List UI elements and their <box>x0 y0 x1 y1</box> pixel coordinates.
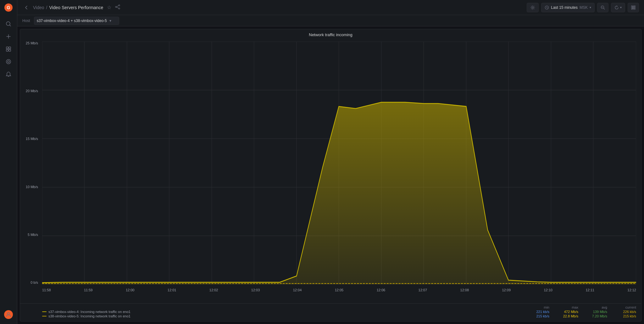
svg-rect-23 <box>631 6 635 9</box>
svg-point-12 <box>8 313 10 315</box>
x-label-0: 11:58 <box>42 288 51 292</box>
breadcrumb-current: Video Servers Performance <box>49 5 103 10</box>
legend-label-1: s38-vimbox-video-5: Incoming network tra… <box>48 314 130 318</box>
y-label-2: 15 Mb/s <box>20 137 38 141</box>
breadcrumb-separator: / <box>46 5 47 10</box>
y-label-1: 20 Mb/s <box>20 89 38 93</box>
y-label-5: 0 b/s <box>20 281 38 284</box>
y-label-0: 25 Mb/s <box>20 42 38 45</box>
legend-avg-0: 139 Mb/s <box>588 310 607 314</box>
svg-rect-27 <box>634 8 635 9</box>
legend-max-0: 472 Mb/s <box>559 310 578 314</box>
x-label-7: 12:05 <box>335 288 344 292</box>
legend-stats-0: 221 kb/s 472 Mb/s 139 Mb/s 226 kb/s <box>530 310 636 314</box>
legend-max-1: 22.8 Mb/s <box>559 314 578 318</box>
svg-point-18 <box>532 7 534 8</box>
y-label-3: 10 Mb/s <box>20 185 38 189</box>
user-avatar[interactable] <box>4 310 13 319</box>
help-icon[interactable] <box>3 309 14 320</box>
legend-min-1: 215 kb/s <box>530 314 549 318</box>
x-label-14: 12:12 <box>627 288 636 292</box>
svg-point-13 <box>119 5 120 6</box>
legend-current-header: current <box>617 305 636 309</box>
svg-point-11 <box>8 61 9 63</box>
svg-text:G: G <box>7 5 10 10</box>
series1-area <box>42 102 636 284</box>
y-label-4: 5 Mb/s <box>20 233 38 237</box>
legend-stats-1: 215 kb/s 22.8 Mb/s 7.20 Mb/s 215 kb/s <box>530 314 636 318</box>
main-content: Video / Video Servers Performance ☆ <box>17 0 644 324</box>
topbar-right: Last 15 minutes MSK ▾ ▾ <box>527 3 639 12</box>
x-label-2: 12:00 <box>126 288 135 292</box>
search-icon[interactable] <box>3 18 14 30</box>
refresh-chevron: ▾ <box>620 6 622 9</box>
variable-bar: Host s37-vimbox-video-4 + s38-vimbox-vid… <box>17 15 644 26</box>
x-label-10: 12:08 <box>460 288 469 292</box>
svg-line-21 <box>604 8 605 9</box>
svg-rect-24 <box>632 6 633 8</box>
x-label-8: 12:06 <box>377 288 386 292</box>
zoom-button[interactable] <box>597 3 608 12</box>
x-label-13: 12:11 <box>586 288 594 292</box>
add-icon[interactable] <box>3 31 14 42</box>
star-icon[interactable]: ☆ <box>107 4 111 10</box>
host-var-select[interactable]: s37-vimbox-video-4 + s38-vimbox-video-5 <box>34 17 119 25</box>
chart-container: 25 Mb/s 20 Mb/s 15 Mb/s 10 Mb/s 5 Mb/s 0… <box>20 39 641 303</box>
legend-item-1: s38-vimbox-video-5: Incoming network tra… <box>42 314 130 318</box>
time-range-chevron: ▾ <box>590 6 591 9</box>
legend-color-0 <box>42 311 47 312</box>
legend-header: min max avg current <box>42 305 636 309</box>
time-range-button[interactable]: Last 15 minutes MSK ▾ <box>541 3 595 12</box>
host-var-value: s37-vimbox-video-4 + s38-vimbox-video-5 <box>37 19 107 23</box>
legend-row-1[interactable]: s38-vimbox-video-5: Incoming network tra… <box>42 314 636 318</box>
x-label-5: 12:03 <box>251 288 260 292</box>
alerting-icon[interactable] <box>3 69 14 80</box>
breadcrumb: Video / Video Servers Performance <box>33 5 103 10</box>
share-icon[interactable] <box>115 4 120 11</box>
legend-avg-1: 7.20 Mb/s <box>588 314 607 318</box>
host-var-label: Host <box>22 19 30 23</box>
y-axis: 25 Mb/s 20 Mb/s 15 Mb/s 10 Mb/s 5 Mb/s 0… <box>20 42 41 284</box>
timezone-label: MSK <box>580 5 588 10</box>
svg-line-3 <box>10 25 11 26</box>
legend-color-1 <box>42 316 47 316</box>
dashboards-icon[interactable] <box>3 43 14 55</box>
legend-current-0: 226 kb/s <box>617 310 636 314</box>
refresh-button[interactable]: ▾ <box>611 3 625 12</box>
svg-rect-8 <box>6 49 8 51</box>
legend: min max avg current s37-vimbox-video-4: … <box>20 303 641 321</box>
legend-min-header: min <box>530 305 549 309</box>
svg-line-17 <box>117 7 119 8</box>
panel-title: Network traffic incoming <box>20 29 641 39</box>
x-label-1: 11:59 <box>84 288 93 292</box>
sidebar: G <box>0 0 17 324</box>
svg-rect-9 <box>9 49 11 51</box>
x-label-12: 12:10 <box>544 288 552 292</box>
panel-view-button[interactable] <box>628 3 639 12</box>
grafana-logo[interactable]: G <box>3 3 14 13</box>
legend-current-1: 215 kb/s <box>617 314 636 318</box>
svg-rect-25 <box>634 6 635 8</box>
chart-svg <box>42 42 636 284</box>
legend-item-0: s37-vimbox-video-4: Incoming network tra… <box>42 310 130 314</box>
x-axis: 11:58 11:59 12:00 12:01 12:02 12:03 12:0… <box>42 288 636 292</box>
settings-button[interactable] <box>527 3 539 12</box>
svg-line-16 <box>117 6 119 7</box>
time-range-label: Last 15 minutes <box>551 5 578 10</box>
breadcrumb-parent[interactable]: Video <box>33 5 44 10</box>
legend-row-0[interactable]: s37-vimbox-video-4: Incoming network tra… <box>42 310 636 314</box>
x-label-4: 12:02 <box>209 288 218 292</box>
svg-point-10 <box>6 59 11 64</box>
legend-max-header: max <box>559 305 578 309</box>
x-label-3: 12:01 <box>168 288 176 292</box>
x-label-9: 12:07 <box>419 288 427 292</box>
panel-network-traffic: Network traffic incoming 25 Mb/s 20 Mb/s… <box>20 29 641 321</box>
topbar: Video / Video Servers Performance ☆ <box>17 0 644 15</box>
back-button[interactable] <box>22 3 31 12</box>
legend-label-0: s37-vimbox-video-4: Incoming network tra… <box>48 310 130 314</box>
explore-icon[interactable] <box>3 56 14 67</box>
svg-point-14 <box>119 8 120 9</box>
legend-avg-header: avg <box>588 305 607 309</box>
svg-point-15 <box>115 6 117 8</box>
svg-rect-6 <box>6 47 8 49</box>
